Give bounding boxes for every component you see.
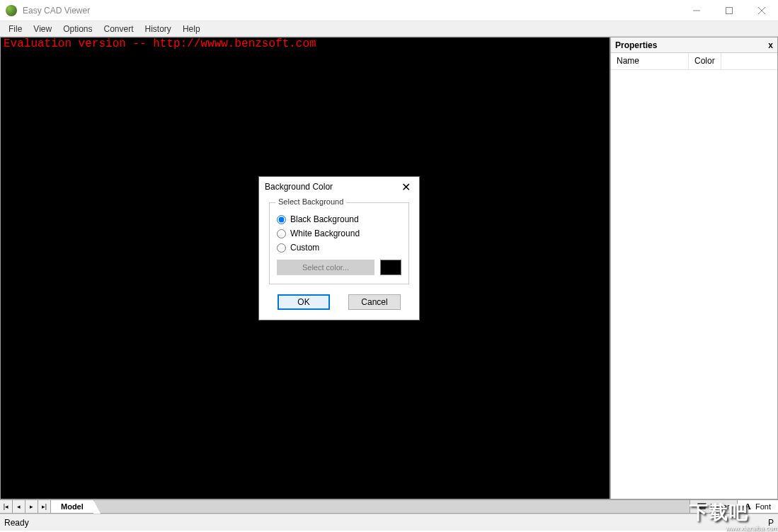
dialog-title: Background Color [265,182,333,192]
select-background-group: Select Background Black Background White… [269,202,409,284]
tab-nav-last[interactable]: ▸| [38,500,51,513]
radio-white-input[interactable] [277,229,286,238]
radio-custom-input[interactable] [277,243,286,253]
tabs-row: |◂ ◂ ▸ ▸| Model Layer A Font [0,499,778,514]
tab-font-label: Font [755,502,771,511]
dialog-close-icon[interactable]: ✕ [399,180,413,194]
properties-panel: Properties x Name Color [610,37,778,499]
radio-custom-background[interactable]: Custom [277,243,401,253]
tab-nav-first[interactable]: |◂ [0,500,13,513]
evaluation-notice: Evaluation version -- http://wwww.benzso… [1,37,319,50]
font-icon: A [745,501,751,512]
tab-model-label: Model [61,502,84,511]
tab-layer-label: Layer [710,502,730,511]
status-p: P [768,518,774,528]
menu-file[interactable]: File [3,22,28,36]
title-bar: Easy CAD Viewer [0,0,778,21]
minimize-button[interactable] [680,0,713,21]
properties-close-icon[interactable]: x [768,40,773,50]
radio-white-label: White Background [290,229,360,238]
properties-column-color[interactable]: Color [689,53,721,69]
ok-button[interactable]: OK [278,294,330,310]
app-icon [6,5,17,16]
status-bar: Ready P [0,514,778,531]
menu-options[interactable]: Options [57,22,98,36]
tab-layer[interactable]: Layer [690,500,737,513]
menu-view[interactable]: View [28,22,57,36]
radio-white-background[interactable]: White Background [277,229,401,238]
background-color-dialog: Background Color ✕ Select Background Bla… [258,176,420,320]
menu-bar: File View Options Convert History Help [0,21,778,37]
close-button[interactable] [745,0,778,21]
radio-black-input[interactable] [277,215,286,224]
svg-rect-1 [726,7,733,13]
properties-column-name[interactable]: Name [611,53,689,69]
tab-nav-next[interactable]: ▸ [25,500,38,513]
tab-nav-prev[interactable]: ◂ [13,500,25,513]
maximize-button[interactable] [713,0,745,21]
radio-black-background[interactable]: Black Background [277,214,401,224]
layers-icon [697,503,706,510]
menu-history[interactable]: History [139,22,177,36]
status-ready: Ready [4,518,29,528]
radio-custom-label: Custom [290,243,319,253]
select-color-button: Select color... [277,260,374,275]
menu-help[interactable]: Help [177,22,206,36]
menu-convert[interactable]: Convert [98,22,139,36]
color-swatch [380,260,401,275]
cancel-button[interactable]: Cancel [348,294,401,310]
properties-title: Properties [615,40,657,50]
app-title: Easy CAD Viewer [23,6,90,16]
tab-font[interactable]: A Font [737,500,778,513]
radio-black-label: Black Background [290,214,359,224]
tab-model[interactable]: Model [51,500,94,513]
group-caption: Select Background [275,197,346,206]
tabs-track [94,500,690,513]
